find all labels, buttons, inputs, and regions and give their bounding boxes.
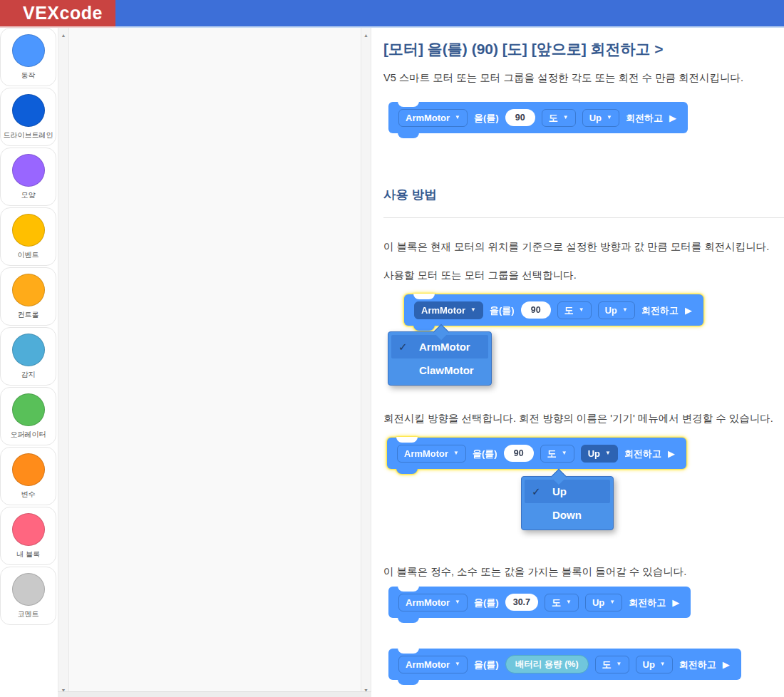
variables-category-icon xyxy=(12,453,45,486)
motor-rotate-block-example: ArmMotor ▼ 을(를) 30.7 도 ▼ Up ▼ 회전하고 ▶ xyxy=(388,587,691,618)
block-palette-canvas[interactable] xyxy=(69,28,361,697)
vexcode-logo: VEXcode xyxy=(0,0,115,26)
block-label: 을(를) xyxy=(474,598,499,607)
block-notch xyxy=(396,437,418,443)
chevron-down-icon: ▼ xyxy=(579,307,584,313)
menu-item-clawmotor: ✓ ClawMotor xyxy=(391,358,488,382)
chevron-down-icon: ▼ xyxy=(455,115,460,120)
direction-dropdown-value: Up xyxy=(643,660,655,669)
unit-dropdown: 도 ▼ xyxy=(545,594,579,611)
doc-scrollbar[interactable]: ▲ ▼ xyxy=(361,28,371,697)
paragraph: 이 블록은 정수, 소수 또는 값을 가지는 블록이 들어갈 수 있습니다. xyxy=(383,565,686,579)
sensing-category-icon xyxy=(12,334,45,366)
palette-horizontal-scrollbar[interactable] xyxy=(58,691,371,697)
scroll-up-icon[interactable]: ▲ xyxy=(58,30,68,40)
sidebar-item-comments[interactable]: 코멘트 xyxy=(0,567,56,625)
sidebar-item-label: 오퍼레이터 xyxy=(11,430,46,440)
direction-dropdown-value: Up xyxy=(605,306,617,315)
sidebar-item-label: 변수 xyxy=(21,490,36,500)
direction-dropdown: Up ▼ xyxy=(585,594,622,611)
chevron-down-icon: ▼ xyxy=(562,450,567,456)
sidebar-item-motion[interactable]: 동작 xyxy=(0,28,56,86)
motor-dropdown: ArmMotor ▼ xyxy=(398,594,468,611)
control-category-icon xyxy=(12,274,45,306)
unit-dropdown-value: 도 xyxy=(549,113,558,123)
sidebar-item-label: 컨트롤 xyxy=(18,310,39,320)
sidebar-item-operators[interactable]: 오퍼레이터 xyxy=(0,387,56,445)
app-header: VEXcode xyxy=(0,0,784,26)
sidebar-item-sensing[interactable]: 감지 xyxy=(0,327,56,386)
sidebar-item-events[interactable]: 이벤트 xyxy=(0,207,56,266)
sidebar-item-label: 코멘트 xyxy=(18,609,39,619)
sidebar-item-drivetrain[interactable]: 드라이브트레인 xyxy=(0,88,56,146)
unit-dropdown-value: 도 xyxy=(552,598,561,607)
comments-category-icon xyxy=(12,573,45,606)
chevron-down-icon: ▼ xyxy=(455,661,460,667)
drivetrain-category-icon xyxy=(12,94,45,127)
motor-dropdown: ArmMotor ▼ xyxy=(398,656,468,673)
menu-item-down: ✓ Down xyxy=(525,503,610,527)
motor-rotate-block-example-highlighted: ArmMotor ▼ 을(를) 90 도 ▼ Up ▼ 회전하고 ▶ xyxy=(387,438,686,469)
menu-item-label: ArmMotor xyxy=(419,341,470,353)
section-divider xyxy=(383,217,784,218)
motor-dropdown: ArmMotor ▼ xyxy=(398,109,468,127)
motor-rotate-block-example: ArmMotor ▼ 을(를) 배터리 용량 (%) 도 ▼ Up ▼ 회전하고… xyxy=(388,649,741,680)
chevron-down-icon: ▼ xyxy=(605,450,611,456)
chevron-down-icon: ▼ xyxy=(617,661,622,667)
block-tab xyxy=(398,133,419,138)
palette-scrollbar[interactable]: ▲ ▼ xyxy=(58,28,69,697)
check-icon: ✓ xyxy=(398,341,410,353)
block-tab xyxy=(396,468,418,474)
events-category-icon xyxy=(12,214,45,247)
direction-dropdown: Up ▼ xyxy=(636,656,673,673)
menu-item-up: ✓ Up xyxy=(525,480,610,503)
direction-dropdown-value: Up xyxy=(589,113,602,123)
direction-dropdown: Up ▼ xyxy=(582,109,619,127)
block-notch xyxy=(398,101,419,107)
menu-item-label: ClawMotor xyxy=(419,364,474,376)
sidebar-item-control[interactable]: 컨트롤 xyxy=(0,267,56,326)
sidebar-item-variables[interactable]: 변수 xyxy=(0,447,56,505)
value-field: 90 xyxy=(504,445,534,463)
my-blocks-category-icon xyxy=(12,513,45,546)
menu-item-label: Up xyxy=(552,485,567,497)
chevron-down-icon: ▼ xyxy=(455,599,460,605)
menu-item-label: Down xyxy=(552,509,582,521)
direction-dropdown-value: Up xyxy=(588,449,600,458)
sidebar-item-label: 감지 xyxy=(21,370,36,380)
motor-dropdown-value: ArmMotor xyxy=(406,660,450,669)
chevron-down-icon: ▼ xyxy=(563,115,569,120)
value-field: 90 xyxy=(505,109,535,127)
value-field: 30.7 xyxy=(505,594,538,611)
block-label: 회전하고 xyxy=(679,660,716,669)
play-icon: ▶ xyxy=(685,306,692,315)
block-label: 회전하고 xyxy=(626,113,663,123)
unit-dropdown: 도 ▼ xyxy=(540,445,574,463)
category-sidebar: 동작 드라이브트레인 모양 이벤트 컨트롤 감지 오퍼레이터 변수 내 블록 코… xyxy=(0,28,58,697)
scroll-up-icon[interactable]: ▲ xyxy=(361,30,371,40)
sidebar-item-label: 모양 xyxy=(21,190,36,200)
block-label: 회전하고 xyxy=(629,598,666,607)
sidebar-item-my-blocks[interactable]: 내 블록 xyxy=(0,507,56,565)
usage-heading: 사용 방법 xyxy=(383,186,437,203)
block-tab xyxy=(398,617,419,623)
sidebar-item-label: 드라이브트레인 xyxy=(4,130,53,140)
sidebar-item-looks[interactable]: 모양 xyxy=(0,148,56,206)
block-notch xyxy=(413,294,435,299)
direction-dropdown-value: Up xyxy=(592,598,604,607)
motor-dropdown-menu: ✓ ArmMotor ✓ ClawMotor xyxy=(388,331,492,386)
sidebar-item-label: 이벤트 xyxy=(18,250,39,260)
motion-category-icon xyxy=(12,34,45,67)
block-label: 회전하고 xyxy=(641,306,679,315)
block-tab xyxy=(413,325,435,331)
block-notch xyxy=(398,648,419,654)
motor-dropdown-open: ArmMotor ▼ xyxy=(414,301,483,319)
block-label: 을(를) xyxy=(474,113,499,123)
block-label: 을(를) xyxy=(473,449,497,458)
direction-dropdown: Up ▼ xyxy=(598,301,635,319)
chevron-down-icon: ▼ xyxy=(607,115,612,120)
motor-dropdown-value: ArmMotor xyxy=(406,113,450,123)
paragraph: 회전시킬 방향을 선택합니다. 회전 방향의 이름은 '기기' 메뉴에서 변경할… xyxy=(383,412,773,425)
motor-rotate-block-example-highlighted: ArmMotor ▼ 을(를) 90 도 ▼ Up ▼ 회전하고 ▶ xyxy=(404,294,703,326)
page-title: [모터] 을(를) (90) [도] [앞으로] 회전하고 > xyxy=(383,39,664,59)
